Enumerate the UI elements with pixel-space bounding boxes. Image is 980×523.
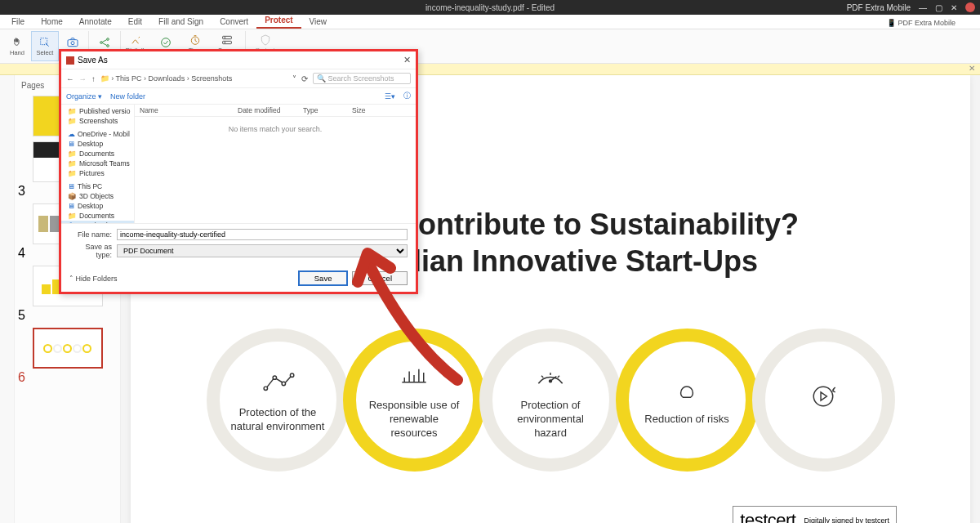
empty-message: No items match your search. [135,117,416,141]
tab-fill-sign[interactable]: Fill and Sign [150,16,212,29]
filename-input[interactable] [117,229,408,240]
svg-point-11 [225,42,225,42]
cancel-button[interactable]: Cancel [352,271,408,285]
info-close-icon[interactable]: ✕ [969,64,975,73]
tab-view[interactable]: View [301,16,336,29]
col-name[interactable]: Name [135,106,233,114]
tab-edit[interactable]: Edit [120,16,150,29]
signature-badge[interactable]: testcert Digitally signed by testcert [733,506,897,523]
view-icon[interactable]: ☰▾ [385,92,395,101]
svg-rect-8 [223,36,232,38]
folder-tree[interactable]: 📁Published versio 📁Screenshots ☁OneDrive… [61,105,135,223]
circle-3: Protection of environmental hazard [479,329,622,472]
save-as-dialog: Save As ✕ ← → ↑ 📁 › This PC › Downloads … [59,49,418,294]
nav-up-icon[interactable]: ↑ [91,74,96,83]
mobile-link[interactable]: 📱 PDF Extra Mobile [887,19,956,27]
svg-point-2 [71,42,74,45]
new-folder-button[interactable]: New folder [110,92,145,101]
circle-2: Responsible use of renewable resources [343,329,486,472]
tree-node-selected: ⬇Downloads [61,221,134,223]
tree-node: 📁Screenshots [61,116,134,126]
help-icon[interactable]: ⓘ [403,91,411,101]
svg-point-6 [162,38,171,47]
close-button[interactable]: ✕ [951,3,957,12]
save-button[interactable]: Save [299,271,348,285]
file-list[interactable]: Name Date modified Type Size No items ma… [135,105,416,223]
signature-text: Digitally signed by testcert [804,516,889,523]
tree-node: 📁Pictures [61,168,134,178]
svg-rect-1 [68,40,78,47]
col-type[interactable]: Type [298,106,347,114]
tree-node: 📁Published versio [61,106,134,116]
tree-node: 📁Documents [61,211,134,221]
filetype-select[interactable]: PDF Document [117,244,408,257]
dialog-title: Save As [78,56,403,65]
nav-back-icon[interactable]: ← [66,74,74,83]
circle-5 [752,329,895,472]
page-thumb-5[interactable] [33,328,103,369]
minimize-button[interactable]: — [919,3,927,12]
tree-node: 🖥Desktop [61,201,134,211]
search-input[interactable]: 🔍 Search Screenshots [313,73,411,84]
window-titlebar: income-inequality-study.pdf - Edited PDF… [0,0,980,15]
tab-annotate[interactable]: Annotate [71,16,120,29]
breadcrumb[interactable]: 📁 › This PC › Downloads › Screenshots [100,74,287,83]
circle-1: Protection of the natural environment [207,329,350,472]
tab-file[interactable]: File [3,16,33,29]
tree-node: 🖥Desktop [61,139,134,149]
tab-convert[interactable]: Convert [212,16,256,29]
filename-label: File name: [69,230,117,239]
app-icon [66,56,74,65]
hand-tool[interactable]: Hand [3,31,31,61]
avatar[interactable] [965,2,975,12]
circle-4: Reduction of risks [616,329,759,472]
dropdown-icon[interactable]: ˅ [292,74,296,83]
tab-home[interactable]: Home [33,16,71,29]
select-tool[interactable]: Select [31,31,59,61]
circles-graphic: Protection of the natural environment Re… [163,329,938,472]
col-size[interactable]: Size [347,106,388,114]
tree-node: 🖥This PC [61,181,134,191]
signature-name: testcert [740,510,795,523]
tree-node: 📦3D Objects [61,191,134,201]
svg-point-3 [100,42,103,44]
tree-node: 📁Documents [61,149,134,159]
svg-point-4 [107,38,109,41]
tree-node: 📁Microsoft Teams [61,159,134,168]
maximize-button[interactable]: ▢ [935,3,942,12]
mobile-badge[interactable]: PDF Extra Mobile [847,3,911,12]
organize-button[interactable]: Organize ▾ [66,92,102,101]
refresh-icon[interactable]: ⟳ [301,74,308,83]
hide-folders-toggle[interactable]: ˄ Hide Folders [69,275,294,283]
svg-point-10 [225,37,225,38]
dialog-close-icon[interactable]: ✕ [403,55,411,65]
col-date[interactable]: Date modified [233,106,298,114]
side-rail [0,75,15,523]
svg-rect-9 [223,41,232,43]
svg-point-17 [813,387,832,405]
nav-fwd-icon[interactable]: → [79,74,87,83]
svg-point-5 [107,45,109,47]
tree-node: ☁OneDrive - Mobil [61,129,134,139]
document-title: income-inequality-study.pdf - Edited [425,3,555,12]
filetype-label: Save as type: [69,243,117,259]
menu-bar: File Home Annotate Edit Fill and Sign Co… [0,15,980,29]
tab-protect[interactable]: Protect [256,14,301,29]
